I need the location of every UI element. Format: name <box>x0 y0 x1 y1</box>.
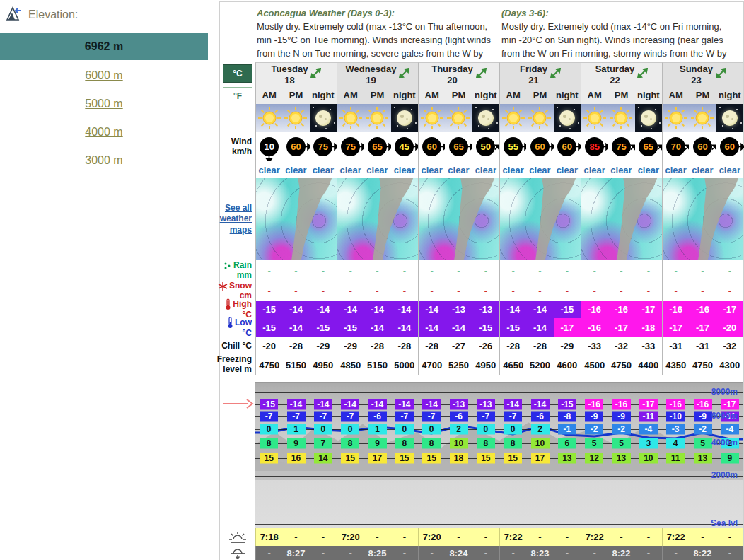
sunset-time: - <box>581 546 608 560</box>
wind-direction-arrow-icon <box>738 142 744 151</box>
elevation-link-5000m[interactable]: 5000 m <box>0 98 208 110</box>
moon-clear-icon <box>391 104 418 132</box>
elevation-link-4000m[interactable]: 4000 m <box>0 126 208 139</box>
sunset-time: - <box>716 546 743 560</box>
wind-speed: 75 <box>310 132 337 161</box>
low-temp-value: -15 <box>310 318 337 337</box>
wind-speed: 60 <box>282 132 309 161</box>
chart-temp-cell-6000m: -6 <box>368 412 387 422</box>
chill-value: -20 <box>255 337 282 355</box>
expand-day-icon[interactable] <box>399 68 409 81</box>
day-header-label: Saturday22 <box>595 64 635 86</box>
moon-clear-icon <box>635 104 662 132</box>
chill-value: -28 <box>282 337 309 355</box>
chart-temp-cell-4000m: 9 <box>287 438 306 449</box>
day-header-tuesday[interactable]: Tuesday18 <box>255 62 337 86</box>
snow-value: - <box>716 281 743 301</box>
weather-map-thumbnail-sunday[interactable] <box>662 178 743 260</box>
freezing-level-value: 4750 <box>255 355 282 375</box>
sunrise-time: - <box>282 528 309 546</box>
sun-clear-icon <box>282 104 309 132</box>
low-temp-value: -15 <box>499 318 526 337</box>
snow-value: - <box>364 281 390 301</box>
chart-temp-cell-6000m: -6 <box>531 412 550 422</box>
wind-speed-value: 75 <box>313 137 332 156</box>
weather-map-thumbnail-thursday[interactable] <box>418 178 499 260</box>
chart-temp-cell-3000m: 11 <box>666 453 685 464</box>
chart-temp-cell-7000m: -14 <box>504 399 522 410</box>
rain-value: - <box>608 260 634 281</box>
high-temp-value: -14 <box>391 301 418 318</box>
sunset-time: - <box>310 546 337 560</box>
low-temp-value: -15 <box>337 318 364 337</box>
high-row-label: High°C <box>220 301 255 318</box>
wind-speed-value: 75 <box>341 137 360 156</box>
elevation-selected-6962m[interactable]: 6962 m <box>0 33 208 60</box>
weather-phrase: clear <box>689 161 716 178</box>
expand-day-icon[interactable] <box>637 68 648 81</box>
wind-speed-value: 60 <box>530 137 550 156</box>
freezing-row-label: Freezing level m <box>220 355 255 375</box>
freezing-level-value: 4400 <box>635 355 662 375</box>
sun-clear-icon <box>689 104 716 132</box>
day-header-friday[interactable]: Friday21 <box>499 62 581 86</box>
chart-temp-cell-4000m: 5 <box>585 438 603 449</box>
chart-temp-cell-4000m: 8 <box>477 438 495 449</box>
maps-link-cell[interactable]: See all weather maps <box>220 178 255 260</box>
period-label-am: AM <box>499 86 526 104</box>
moon-icon <box>559 110 575 126</box>
map-landmass <box>337 178 418 260</box>
map-landmass <box>256 178 337 260</box>
chart-temp-cell-7000m: -16 <box>666 399 685 410</box>
chart-temp-cell-5000m: 1 <box>287 424 306 435</box>
snow-value: - <box>499 281 526 301</box>
weather-phrase: clear <box>635 161 662 178</box>
period-label-night: night <box>554 86 581 104</box>
sun-clear-icon <box>255 104 282 132</box>
day-header-saturday[interactable]: Saturday22 <box>581 62 662 86</box>
expand-day-icon[interactable] <box>310 68 321 81</box>
chart-temp-cell-3000m: 15 <box>422 453 441 464</box>
wind-speed-value: 65 <box>449 137 468 156</box>
sun-clear-icon <box>526 104 553 132</box>
period-label-am: AM <box>662 86 689 104</box>
mountain-elevation-icon <box>6 6 23 24</box>
rain-value: - <box>526 260 553 281</box>
weather-map-thumbnail-wednesday[interactable] <box>337 178 418 260</box>
chart-temp-cell-6000m: -7 <box>422 412 441 422</box>
freezing-level-value: 4750 <box>689 355 716 375</box>
chart-temp-cell-3000m: 12 <box>585 453 603 464</box>
fahrenheit-button[interactable]: °F <box>223 87 252 105</box>
chart-temp-cell-5000m: 0 <box>314 424 332 435</box>
expand-day-icon[interactable] <box>716 68 726 81</box>
day-header-thursday[interactable]: Thursday20 <box>418 62 499 86</box>
celsius-button[interactable]: °C <box>223 64 252 83</box>
stars <box>557 107 558 108</box>
elevation-link-6000m[interactable]: 6000 m <box>0 69 208 82</box>
sun-clear-icon <box>581 104 608 132</box>
moon-clear-icon <box>554 104 581 132</box>
weather-map-thumbnail-saturday[interactable] <box>581 178 662 260</box>
day-header-sunday[interactable]: Sunday23 <box>662 62 743 86</box>
snow-value: - <box>472 281 499 301</box>
chart-plot-area: -15-14-14-14-14-14-14-13-13-14-14-15-16-… <box>255 382 743 529</box>
sunset-time: 8:25 <box>364 546 390 560</box>
period-label-pm: PM <box>608 86 634 104</box>
weather-map-thumbnail-tuesday[interactable] <box>255 178 337 260</box>
sunset-time: - <box>391 546 418 560</box>
sunrise-time: - <box>526 528 553 546</box>
period-label-pm: PM <box>526 86 553 104</box>
chill-value: -32 <box>716 337 743 355</box>
freezing-level-value: 4950 <box>310 355 337 375</box>
stars <box>313 107 314 108</box>
elevation-link-3000m[interactable]: 3000 m <box>0 154 208 167</box>
expand-day-icon[interactable] <box>476 68 487 81</box>
high-temp-value: -14 <box>364 301 390 318</box>
expand-day-icon[interactable] <box>550 68 561 81</box>
day-header-wednesday[interactable]: Wednesday19 <box>337 62 418 86</box>
high-temp-value: -16 <box>608 301 634 318</box>
wind-speed: 65 <box>635 132 662 161</box>
weather-map-thumbnail-friday[interactable] <box>499 178 581 260</box>
chart-temp-cell-3000m: 9 <box>721 453 739 464</box>
chart-temp-cell-7000m: -14 <box>368 399 387 410</box>
